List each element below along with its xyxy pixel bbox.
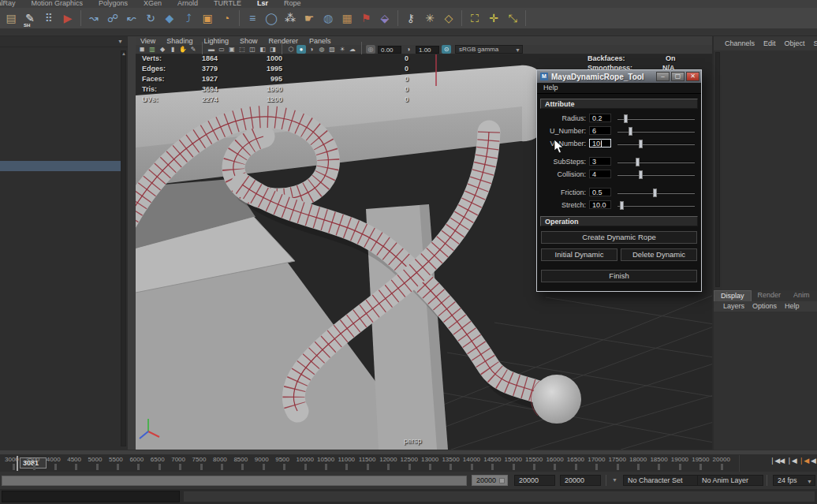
radius-icon[interactable]: ◔ (217, 9, 236, 27)
slider-track[interactable] (617, 205, 695, 207)
fog-icon[interactable]: ☁ (348, 45, 357, 54)
greasepencil-icon[interactable]: ✎ (188, 45, 198, 54)
wheel-icon[interactable]: ✳ (420, 9, 439, 27)
lines-icon[interactable]: ≡ (243, 9, 262, 27)
shelf-tab-arnold[interactable]: Arnold (170, 0, 206, 8)
curve-loop-icon[interactable]: ↻ (141, 9, 160, 27)
image-plane-icon[interactable]: ▮ (168, 45, 177, 54)
lights-icon[interactable]: ⬚ (237, 45, 247, 54)
exposure-field[interactable]: 0.00 (378, 46, 401, 54)
time-slider[interactable]: 3081 30003500400045005000550060006500700… (0, 455, 817, 472)
curve-chain-icon[interactable]: ☍ (103, 9, 122, 27)
shelf-tab-polygons[interactable]: Polygons (91, 0, 136, 8)
diamond-icon[interactable]: ◆ (160, 9, 179, 27)
frame-expand-icon[interactable]: ⛶ (465, 9, 484, 27)
delete-dynamic-button[interactable]: Delete Dynamic (621, 248, 697, 261)
slider-handle[interactable] (639, 140, 643, 148)
motion-trail-icon[interactable]: ↝ (84, 9, 103, 27)
isolate-select-icon[interactable]: ◎ (366, 45, 375, 54)
play-backwards-icon[interactable]: ◀ (811, 457, 815, 465)
texture-filter-icon[interactable]: ▨ (327, 45, 337, 54)
viewport-menu-view[interactable]: View (140, 37, 155, 45)
ring-icon[interactable]: ◯ (262, 9, 281, 27)
xray-icon[interactable]: ◑ (307, 45, 316, 54)
default-light-icon[interactable]: ☀ (338, 45, 347, 54)
fps-select[interactable]: 24 fps▼ (773, 475, 815, 486)
slider-handle[interactable] (639, 170, 643, 179)
tab-anim[interactable]: Anim (787, 290, 816, 301)
shelf-tab-xgen[interactable]: XGen (136, 0, 170, 8)
collision-field[interactable]: 4 (589, 170, 611, 178)
slider-handle[interactable] (653, 189, 657, 197)
slider-track[interactable] (617, 192, 695, 194)
layer-editor-body[interactable] (714, 312, 817, 450)
anim-start-field[interactable]: 20000 (472, 475, 508, 486)
scroll-up-icon[interactable]: ▲ (121, 51, 125, 56)
pencil-sh-icon[interactable]: ✎SH (21, 9, 39, 27)
arrows-diagonal-icon[interactable]: ⤡ (503, 9, 522, 27)
range-slider-bar[interactable] (2, 476, 467, 486)
minimize-button[interactable]: – (656, 72, 670, 81)
chevron-down-icon[interactable]: ▼ (612, 477, 617, 483)
slider-track[interactable] (617, 174, 695, 176)
tab-display[interactable]: Display (714, 290, 752, 301)
layer-menu-layers[interactable]: Layers (723, 301, 744, 312)
playblast-icon[interactable]: ▶ (58, 9, 77, 27)
channelbox-menu-object[interactable]: Object (785, 39, 805, 49)
command-line-input[interactable] (2, 491, 180, 502)
2d-pan-icon[interactable]: ✋ (178, 45, 188, 54)
slider-handle[interactable] (624, 114, 628, 123)
camera-attrs-icon[interactable]: ▥ (147, 45, 157, 54)
chevron-down-icon[interactable]: ▼ (118, 39, 123, 44)
viewport2-icon[interactable]: ● (297, 45, 306, 54)
multisample-icon[interactable]: ⬡ (286, 45, 296, 54)
flag-icon[interactable]: ⚑ (356, 9, 375, 27)
slider-track[interactable] (617, 118, 695, 120)
shelf-tab-turtle[interactable]: TURTLE (206, 0, 249, 8)
rope-end-sphere[interactable] (532, 375, 581, 424)
kite-icon[interactable]: ◇ (439, 9, 458, 27)
go-to-start-icon[interactable]: ❘◀◀ (770, 457, 784, 465)
character-set-select[interactable]: No Character Set▼ (623, 475, 705, 486)
substeps-field[interactable]: 3 (589, 157, 611, 166)
step-back-key-icon[interactable]: ❘◀ (799, 457, 808, 465)
vnumber-field[interactable]: 10 (589, 139, 611, 147)
wireframe-icon[interactable]: ▬ (207, 45, 216, 54)
left-panel-scrollbar[interactable]: ▲ (121, 50, 126, 446)
curve-hook-icon[interactable]: ↜ (122, 9, 141, 27)
layer-menu-options[interactable]: Options (752, 301, 777, 312)
notebook-icon[interactable]: ▤ (2, 9, 21, 27)
shelf-tab-motion-graphics[interactable]: Motion Graphics (24, 0, 91, 8)
arc-arrow-icon[interactable]: ⤴ (179, 9, 198, 27)
operation-section-header[interactable]: Operation (540, 216, 698, 226)
cube-icon[interactable]: ⬙ (375, 9, 394, 27)
time-slider-track[interactable]: 3081 30003500400045005000550060006500700… (0, 455, 740, 472)
playback-start-field[interactable]: 20000 (514, 475, 555, 486)
crowd-icon[interactable]: ⁂ (281, 9, 300, 27)
wire-on-shaded-icon[interactable]: ◍ (317, 45, 326, 54)
finish-button[interactable]: Finish (541, 270, 697, 282)
hand-icon[interactable]: ☛ (300, 9, 319, 27)
slider-track[interactable] (617, 144, 695, 145)
slider-handle[interactable] (620, 201, 624, 210)
snap-grid-icon[interactable]: ⠿ (39, 9, 58, 27)
screenspace-ao-icon[interactable]: ◧ (258, 45, 267, 54)
shaded-icon[interactable]: ▭ (217, 45, 226, 54)
frame-center-icon[interactable]: ✛ (484, 9, 503, 27)
playback-end-field[interactable]: 20000 (560, 475, 601, 486)
close-button[interactable]: ✕ (686, 72, 699, 81)
create-dynamic-rope-button[interactable]: Create Dynamic Rope (541, 231, 697, 244)
channelbox-menu-edit[interactable]: Edit (763, 39, 776, 49)
select-camera-icon[interactable]: ◼ (137, 45, 147, 54)
textured-icon[interactable]: ▣ (227, 45, 237, 54)
globe-icon[interactable]: ◍ (319, 9, 338, 27)
attribute-section-header[interactable]: Attribute (540, 99, 698, 109)
anim-layer-select[interactable]: No Anim Layer (697, 475, 763, 486)
gamma-field[interactable]: 1.00 (416, 46, 439, 54)
unumber-field[interactable]: 6 (589, 126, 611, 135)
help-menu[interactable]: Help (543, 84, 558, 91)
panel-divider[interactable] (128, 36, 136, 450)
contrast-icon[interactable]: ◑ (404, 45, 413, 54)
view-transform-select[interactable]: sRGB gamma▼ (455, 45, 523, 54)
layer-menu-help[interactable]: Help (785, 301, 800, 312)
